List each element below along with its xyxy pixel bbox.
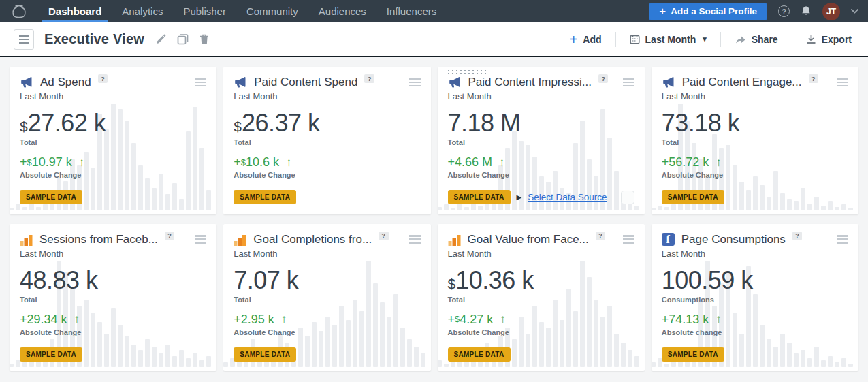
help-tooltip-icon[interactable]: ? — [165, 232, 175, 240]
metric-icon — [234, 76, 247, 89]
card-menu-icon[interactable] — [195, 76, 206, 89]
change-sign: + — [448, 156, 455, 168]
change-currency: $ — [455, 315, 460, 323]
metric-period: Last Month — [448, 91, 634, 101]
metric-title: Paid Content Engage... — [682, 76, 802, 89]
google-analytics-icon — [448, 234, 461, 246]
tab-label: Publisher — [183, 5, 226, 17]
delete-trash-icon[interactable] — [199, 34, 209, 45]
currency-symbol: $ — [234, 118, 242, 134]
card-menu-icon[interactable] — [409, 76, 421, 89]
metric-value: 7.18 M — [448, 111, 634, 136]
value-label: Total — [448, 296, 634, 304]
expand-triangle-icon[interactable]: ▶ — [517, 193, 522, 201]
card-paid-content-impressions: Paid Content Impressi... ? Last Month 7.… — [438, 67, 645, 214]
change-sign: + — [662, 313, 669, 325]
page-title: Executive View — [44, 31, 144, 47]
export-label: Export — [822, 34, 852, 45]
value-label: Total — [20, 138, 206, 146]
metric-title: Ad Spend — [40, 76, 91, 89]
date-range-label: Last Month — [645, 34, 696, 45]
change-label: Absolute Change — [448, 171, 634, 179]
currency-symbol: $ — [20, 118, 28, 134]
main-nav-tabs: Dashboard Analytics Publisher Community … — [38, 0, 447, 22]
edit-pencil-icon[interactable] — [155, 34, 166, 45]
toolbar-divider — [615, 32, 616, 47]
tab-label: Influencers — [387, 5, 436, 17]
card-menu-icon[interactable] — [623, 76, 634, 89]
question-glyph: ? — [782, 7, 786, 16]
value-text: 7.07 k — [234, 266, 298, 294]
tab-label: Community — [246, 5, 298, 17]
change-value: 10.6 k — [246, 156, 279, 168]
value-text: 100.59 k — [662, 266, 753, 294]
tab-influencers[interactable]: Influencers — [376, 0, 447, 22]
metric-period: Last Month — [20, 249, 206, 259]
tab-dashboard[interactable]: Dashboard — [38, 0, 112, 22]
plus-icon: + — [570, 33, 578, 46]
metric-title: Page Consumptions — [681, 233, 786, 246]
help-tooltip-icon[interactable]: ? — [98, 74, 108, 83]
metric-value: 48.83 k — [20, 268, 206, 293]
sample-data-badge: SAMPLE DATA — [662, 190, 724, 204]
calendar-icon — [630, 34, 640, 44]
value-label: Total — [662, 138, 848, 146]
card-menu-icon[interactable] — [837, 76, 848, 89]
help-icon[interactable]: ? — [778, 5, 790, 17]
notifications-bell-icon[interactable] — [801, 5, 811, 17]
card-menu-icon[interactable] — [623, 233, 634, 246]
tab-audiences[interactable]: Audiences — [308, 0, 376, 22]
change-label: Absolute Change — [662, 171, 848, 179]
megaphone-ads-icon — [662, 76, 675, 89]
caret-down-icon: ▾ — [703, 35, 707, 44]
metric-icon: f — [662, 233, 675, 246]
add-social-profile-button[interactable]: + Add a Social Profile — [649, 3, 767, 20]
metric-icon — [20, 76, 33, 89]
card-ad-spend: Ad Spend ? Last Month $27.62 k Total +$1… — [10, 67, 216, 214]
value-label: Consumptions — [662, 296, 848, 304]
select-data-source-link[interactable]: Select Data Source — [528, 192, 607, 202]
value-text: 27.62 k — [28, 109, 106, 137]
change-value: 10.97 k — [32, 156, 72, 168]
help-tooltip-icon[interactable]: ? — [598, 74, 609, 83]
drag-handle-dots[interactable] — [447, 69, 489, 75]
user-avatar[interactable]: JT — [822, 3, 840, 20]
card-menu-icon[interactable] — [837, 233, 848, 246]
google-analytics-icon — [234, 234, 246, 246]
facebook-icon: f — [662, 233, 675, 246]
sample-data-badge: SAMPLE DATA — [662, 347, 724, 362]
card-menu-icon[interactable] — [409, 233, 421, 246]
metric-value: 73.18 k — [662, 111, 848, 136]
metric-period: Last Month — [234, 249, 420, 259]
duplicate-copy-icon[interactable] — [177, 33, 189, 45]
tab-publisher[interactable]: Publisher — [173, 0, 236, 22]
help-tooltip-icon[interactable]: ? — [379, 232, 389, 240]
tab-analytics[interactable]: Analytics — [112, 0, 173, 22]
toolbar-divider — [720, 32, 721, 47]
boards-menu-button[interactable] — [14, 29, 34, 50]
metric-period: Last Month — [20, 91, 206, 101]
metric-change: +$10.97 k ↑ — [20, 156, 206, 168]
hootsuite-logo[interactable] — [0, 0, 38, 22]
add-widget-button[interactable]: + Add — [567, 33, 605, 46]
date-range-dropdown[interactable]: Last Month ▾ — [627, 34, 709, 45]
help-tooltip-icon[interactable]: ? — [364, 74, 374, 83]
sample-data-badge: SAMPLE DATA — [234, 190, 296, 204]
export-button[interactable]: Export — [803, 34, 854, 45]
nav-right-cluster: + Add a Social Profile ? JT — [649, 0, 868, 22]
help-tooltip-icon[interactable]: ? — [596, 232, 606, 240]
tab-community[interactable]: Community — [236, 0, 308, 22]
metric-icon — [20, 234, 33, 246]
change-value: 2.95 k — [241, 313, 274, 325]
share-label: Share — [752, 34, 778, 45]
sample-data-badge: SAMPLE DATA — [234, 347, 296, 362]
value-text: 48.83 k — [20, 266, 98, 294]
card-menu-icon[interactable] — [195, 233, 206, 246]
help-tooltip-icon[interactable]: ? — [809, 74, 819, 83]
increase-arrow-icon: ↑ — [499, 157, 505, 168]
account-chevron-down-icon[interactable] — [851, 9, 858, 14]
help-tooltip-icon[interactable]: ? — [792, 232, 803, 240]
share-button[interactable]: Share — [732, 34, 781, 45]
data-source-checkbox[interactable] — [621, 191, 634, 204]
metric-change: +$10.6 k ↑ — [234, 156, 420, 168]
